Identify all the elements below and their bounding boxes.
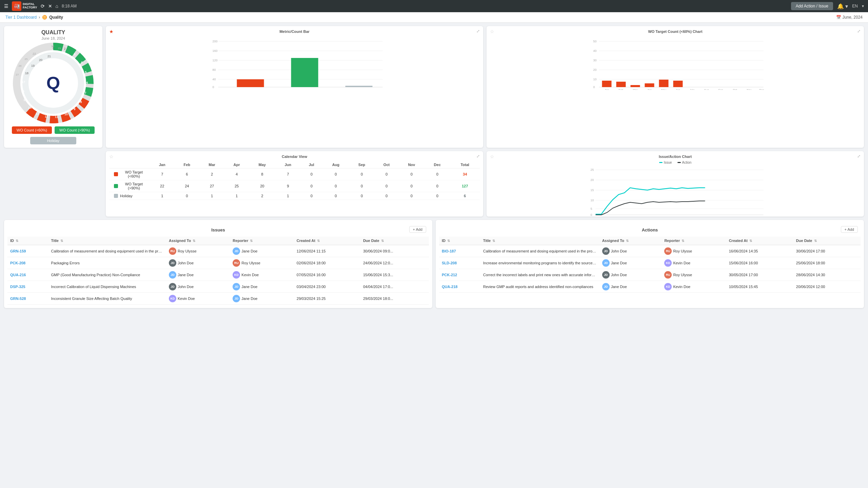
- issue-expand-icon[interactable]: ⤢: [857, 154, 861, 159]
- svg-text:Dec: Dec: [759, 88, 764, 90]
- add-action-table-button[interactable]: + Add: [841, 226, 858, 233]
- hol-aug: 0: [322, 192, 349, 200]
- action-title-3: Correct the incorrect labels and print n…: [480, 269, 599, 281]
- actions-table: ID ⇅ Title ⇅ Assigned To ⇅ Reporter ⇅ Cr…: [439, 237, 861, 293]
- issue-id-dsp325[interactable]: DSP-325: [10, 285, 25, 289]
- issue-title-4: Incorrect Calibration of Liquid Dispensi…: [48, 281, 166, 293]
- svg-text:12: 12: [45, 115, 48, 118]
- action-assigned-4: JD Jane Doe: [602, 283, 659, 290]
- actions-col-title: Title ⇅: [480, 237, 599, 245]
- hol-dec: 0: [425, 192, 450, 200]
- svg-text:July: July: [690, 88, 694, 90]
- svg-text:11: 11: [55, 115, 58, 119]
- svg-text:26: 26: [19, 64, 22, 67]
- issue-reporter-1: JD Jane Doe: [233, 247, 291, 255]
- quality-subtitle: June 18, 2024: [41, 36, 65, 40]
- expand-icon-2[interactable]: ⤢: [857, 29, 861, 34]
- issue-due-2: 24/06/2024 12:0...: [360, 257, 429, 269]
- issue-action-card: ☆ Issue/Action Chart ⤢ Issue Action 25 2…: [487, 151, 864, 217]
- lang-chevron[interactable]: ▾: [862, 4, 864, 8]
- bottom-row: Issues + Add ID ⇅ Title ⇅ Assigned To ⇅ …: [4, 220, 864, 308]
- col-dec: Dec: [425, 161, 450, 168]
- green-jul: 0: [300, 180, 322, 192]
- language-selector[interactable]: EN: [852, 4, 858, 8]
- action-reporter-3: RU Roy Ulysse: [664, 271, 723, 279]
- svg-text:21: 21: [47, 55, 51, 58]
- expand-icon[interactable]: ⤢: [476, 29, 480, 34]
- home-icon[interactable]: ⌂: [56, 3, 58, 9]
- issue-assigned-1: RU Roy Ulysse: [169, 247, 227, 255]
- action-id-qua218[interactable]: QUA-218: [442, 285, 457, 289]
- svg-text:May: May: [661, 88, 666, 90]
- svg-text:20: 20: [591, 178, 594, 182]
- refresh-icon[interactable]: ⟳: [41, 3, 45, 9]
- col-may: May: [249, 161, 275, 168]
- action-due-3: 28/06/2024 14:30: [793, 269, 861, 281]
- actions-col-reporter: Reporter ⇅: [662, 237, 726, 245]
- action-id-sld208[interactable]: SLD-208: [442, 261, 457, 265]
- wo-target-chart: 50 40 30 20 10 0: [490, 36, 861, 83]
- issue-created-2: 02/06/2024 18:00: [294, 257, 360, 269]
- issues-section-title: Issues: [114, 225, 322, 234]
- navbar: ☰ 🏭 DIGITAL FACTORY ⟳ ✕ ⌂ 8:18 AM Add Ac…: [0, 0, 868, 12]
- col-total: Total: [450, 161, 480, 168]
- add-issue-button[interactable]: + Add: [409, 226, 426, 233]
- notification-icon[interactable]: 🔔 ▾: [837, 3, 848, 9]
- svg-text:19: 19: [31, 64, 35, 67]
- logo-line2: FACTORY: [23, 6, 37, 9]
- col-aug: Aug: [322, 161, 349, 168]
- issues-col-title: Title ⇅: [48, 237, 166, 245]
- action-id-pck212[interactable]: PCK-212: [442, 273, 457, 277]
- green-total: 127: [450, 180, 480, 192]
- issue-id-grn159[interactable]: GRN-159: [10, 249, 26, 253]
- star-empty-icon[interactable]: ☆: [490, 29, 494, 34]
- wo-chart-svg: 50 40 30 20 10 0: [490, 36, 861, 90]
- issue-assigned-4: JD John Doe: [169, 283, 227, 290]
- red-mar: 2: [199, 168, 224, 180]
- logo: 🏭 DIGITAL FACTORY: [12, 1, 37, 11]
- issue-reporter-3: KD Kevin Doe: [233, 271, 291, 279]
- issue-id-grn528[interactable]: GRN-528: [10, 297, 26, 301]
- wo-count-gt90-button[interactable]: WO Count (>90%): [55, 126, 95, 134]
- issues-col-id: ID ⇅: [7, 237, 48, 245]
- action-id-bio187[interactable]: BIO-187: [442, 249, 456, 253]
- svg-text:80: 80: [213, 68, 216, 72]
- wo-count-lt60-button[interactable]: WO Count (<60%): [12, 126, 52, 134]
- issue-due-1: 30/06/2024 09:0...: [360, 245, 429, 257]
- issue-id-pck208[interactable]: PCK-208: [10, 261, 25, 265]
- svg-text:15: 15: [23, 98, 27, 102]
- bar-gray: [346, 86, 373, 87]
- issue-reporter-5: JD Jane Doe: [233, 295, 291, 302]
- hamburger-icon[interactable]: ☰: [4, 3, 8, 9]
- svg-text:17: 17: [22, 80, 25, 84]
- svg-text:13: 13: [36, 112, 39, 115]
- issue-created-3: 07/05/2024 16:00: [294, 269, 360, 281]
- red-box: [114, 172, 118, 176]
- settings-icon[interactable]: ✕: [48, 3, 52, 9]
- svg-text:14: 14: [28, 106, 32, 109]
- svg-text:Nov: Nov: [747, 88, 751, 90]
- cal-star-icon[interactable]: ☆: [109, 154, 114, 159]
- action-reporter-1: RU Roy Ulysse: [664, 247, 723, 255]
- star-icon[interactable]: ★: [109, 29, 114, 34]
- issue-id-qua216[interactable]: QUA-216: [10, 273, 26, 277]
- holiday-label: Holiday: [120, 194, 133, 198]
- svg-text:Holiday: Holiday: [354, 89, 363, 90]
- holiday-button[interactable]: Holiday: [30, 137, 77, 144]
- main-content: QUALITY June 18, 2024: [0, 23, 868, 311]
- cal-expand-icon[interactable]: ⤢: [476, 154, 480, 159]
- svg-text:50: 50: [593, 40, 597, 43]
- action-legend-label: Action: [682, 161, 692, 164]
- red-nov: 0: [398, 168, 425, 180]
- green-oct: 0: [375, 180, 399, 192]
- issue-due-5: 29/03/2024 18:0...: [360, 293, 429, 305]
- add-action-button[interactable]: Add Action / Issue: [791, 2, 833, 10]
- hol-jul: 0: [300, 192, 322, 200]
- breadcrumb-icon: ♊: [42, 15, 47, 20]
- issue-reporter-4: JD Jane Doe: [233, 283, 291, 290]
- action-created-2: 15/06/2024 16:00: [726, 257, 793, 269]
- issue-star-icon[interactable]: ☆: [490, 154, 494, 159]
- breadcrumb-tier[interactable]: Tier 1 Dashboard: [5, 15, 37, 20]
- green-jun: 9: [275, 180, 300, 192]
- green-box: [114, 184, 118, 188]
